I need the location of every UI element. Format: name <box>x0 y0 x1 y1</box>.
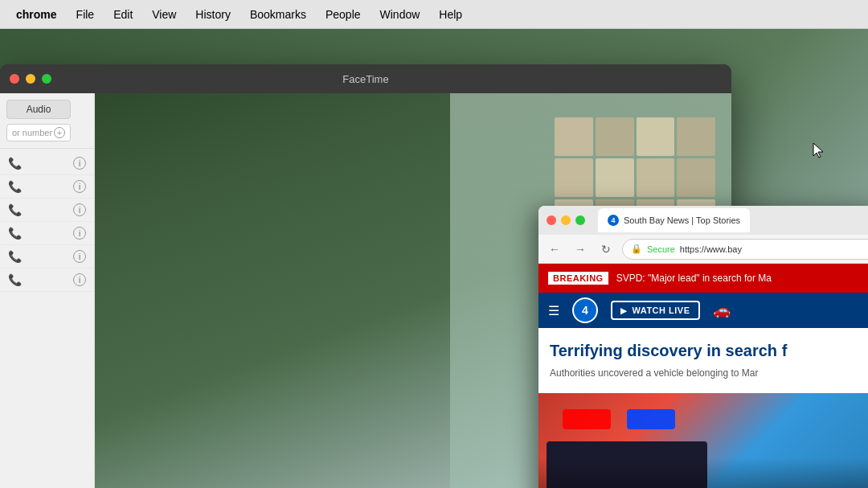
facetime-title: FaceTime <box>342 73 388 85</box>
breaking-news-banner: BREAKING SVPD: "Major lead" in search fo… <box>538 264 868 293</box>
menu-history[interactable]: History <box>187 5 239 24</box>
phone-icon: 📞 <box>8 273 22 286</box>
menu-bookmarks[interactable]: Bookmarks <box>242 5 314 24</box>
browser-close-button[interactable] <box>547 215 556 225</box>
photo-item <box>677 117 715 156</box>
info-icon[interactable]: i <box>73 203 86 216</box>
contact-list: 📞 i 📞 i 📞 i 📞 i 📞 i <box>0 149 94 295</box>
breaking-news-text: SVPD: "Major lead" in search for Ma <box>616 273 772 284</box>
mouse-cursor <box>812 141 828 161</box>
add-contact-icon[interactable]: + <box>54 127 65 138</box>
tab-favicon: 4 <box>608 215 619 226</box>
police-light-blue <box>627 409 675 429</box>
menu-view[interactable]: View <box>144 5 184 24</box>
news-navbar: ☰ 4 ▶ WATCH LIVE 🚗 <box>538 293 868 328</box>
photo-item <box>555 158 593 197</box>
back-button[interactable]: ← <box>545 240 564 259</box>
number-placeholder: or number <box>12 128 52 137</box>
info-icon[interactable]: i <box>73 250 86 263</box>
photo-item <box>637 117 675 156</box>
phone-icon: 📞 <box>8 157 22 170</box>
play-icon: ▶ <box>620 306 628 315</box>
browser-maximize-button[interactable] <box>575 215 585 225</box>
contact-row[interactable]: 📞 i <box>0 152 94 175</box>
watch-live-button[interactable]: ▶ WATCH LIVE <box>611 301 700 320</box>
menu-bar: chrome File Edit View History Bookmarks … <box>0 0 868 29</box>
contact-row[interactable]: 📞 i <box>0 222 94 245</box>
browser-window: 4 South Bay News | Top Stories ← → ↻ 🔒 S… <box>538 206 868 488</box>
maximize-button[interactable] <box>42 74 51 84</box>
menu-chrome[interactable]: chrome <box>8 5 65 24</box>
watch-live-label: WATCH LIVE <box>633 306 690 315</box>
facetime-sidebar: Audio or number + 📞 i 📞 i 📞 i <box>0 93 95 488</box>
window-controls <box>10 74 51 84</box>
number-input[interactable]: or number + <box>6 124 71 141</box>
info-icon[interactable]: i <box>73 157 86 170</box>
secure-label: Secure <box>647 244 675 254</box>
phone-icon: 📞 <box>8 180 22 193</box>
menu-help[interactable]: Help <box>431 5 470 24</box>
phone-icon: 📞 <box>8 227 22 240</box>
minimize-button[interactable] <box>26 74 35 84</box>
reload-button[interactable]: ↻ <box>596 240 616 259</box>
news-logo: 4 <box>572 297 598 323</box>
forward-button[interactable]: → <box>571 240 590 259</box>
info-icon[interactable]: i <box>73 227 86 240</box>
image-overlay <box>538 457 868 488</box>
browser-minimize-button[interactable] <box>561 215 571 225</box>
audio-button[interactable]: Audio <box>6 100 71 119</box>
info-icon[interactable]: i <box>73 180 86 193</box>
close-button[interactable] <box>10 74 19 84</box>
police-light-red <box>563 409 611 429</box>
facetime-titlebar: FaceTime <box>0 64 731 93</box>
contact-row[interactable]: 📞 i <box>0 199 94 222</box>
menu-window[interactable]: Window <box>372 5 428 24</box>
info-icon[interactable]: i <box>73 273 86 286</box>
lock-icon: 🔒 <box>631 244 642 254</box>
news-content: Terrifying discovery in search f Authori… <box>538 328 868 393</box>
contact-row[interactable]: 📞 i <box>0 175 94 199</box>
browser-tab[interactable]: 4 South Bay News | Top Stories <box>598 208 750 232</box>
car-icon: 🚗 <box>713 301 731 319</box>
news-summary: Authorities uncovered a vehicle belongin… <box>550 367 868 380</box>
sidebar-top: Audio or number + <box>0 93 94 149</box>
url-text: https://www.bay <box>680 244 742 254</box>
browser-titlebar: 4 South Bay News | Top Stories <box>538 206 868 235</box>
photo-item <box>637 158 675 197</box>
contact-row[interactable]: 📞 i <box>0 269 94 292</box>
menu-people[interactable]: People <box>317 5 369 24</box>
photo-item <box>555 117 593 156</box>
phone-icon: 📞 <box>8 250 22 263</box>
breaking-label: BREAKING <box>548 272 608 285</box>
address-bar[interactable]: 🔒 Secure https://www.bay <box>622 239 868 260</box>
phone-icon: 📞 <box>8 203 22 216</box>
browser-toolbar: ← → ↻ 🔒 Secure https://www.bay <box>538 235 868 264</box>
background-scene: FaceTime Audio or number + 📞 i 📞 i <box>0 29 868 488</box>
menu-edit[interactable]: Edit <box>105 5 141 24</box>
news-headline: Terrifying discovery in search f <box>550 341 868 360</box>
tab-title: South Bay News | Top Stories <box>624 215 740 225</box>
photo-item <box>677 158 715 197</box>
news-image <box>538 393 868 488</box>
photo-item <box>596 117 634 156</box>
photo-item <box>596 158 634 197</box>
menu-file[interactable]: File <box>68 5 103 24</box>
contact-row[interactable]: 📞 i <box>0 245 94 269</box>
hamburger-icon[interactable]: ☰ <box>548 303 559 318</box>
